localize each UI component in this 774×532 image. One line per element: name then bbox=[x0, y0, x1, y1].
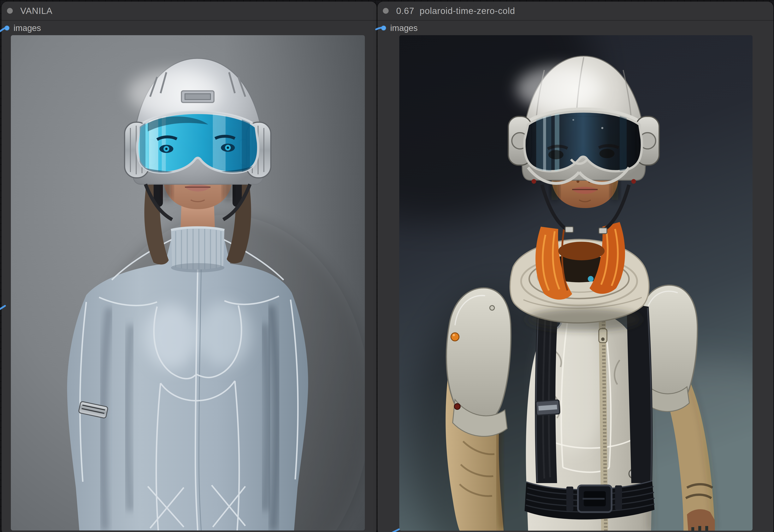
image-preview bbox=[11, 35, 365, 530]
input-slot-label: images bbox=[390, 23, 418, 33]
header-divider bbox=[2, 20, 376, 21]
shoulder-plate-left bbox=[447, 288, 511, 436]
input-slot-images: images bbox=[2, 21, 41, 35]
input-port-icon[interactable] bbox=[381, 26, 386, 31]
node-polaroid-time-zero-cold[interactable]: 0.67 polaroid-time-zero-cold images bbox=[377, 2, 773, 532]
collapse-dot-icon[interactable] bbox=[7, 8, 13, 14]
node-title: 0.67 polaroid-time-zero-cold bbox=[396, 2, 515, 20]
red-dot-right bbox=[631, 179, 636, 184]
header-divider bbox=[377, 20, 773, 21]
node-title: VANILA bbox=[20, 2, 52, 20]
node-graph-canvas[interactable]: VANILA images bbox=[0, 0, 774, 532]
red-dot-left bbox=[532, 179, 536, 184]
preview-illustration-grey-suit bbox=[11, 35, 365, 530]
cyan-accent bbox=[588, 276, 594, 282]
input-slot-label: images bbox=[14, 23, 41, 33]
image-preview bbox=[399, 35, 753, 531]
node-header[interactable]: VANILA bbox=[2, 2, 376, 20]
collapse-dot-icon[interactable] bbox=[383, 8, 389, 14]
node-header[interactable]: 0.67 polaroid-time-zero-cold bbox=[377, 2, 773, 20]
node-vanila[interactable]: VANILA images bbox=[2, 2, 376, 532]
red-marker-dot bbox=[455, 404, 460, 409]
belt bbox=[525, 481, 655, 519]
orange-marker-dot bbox=[451, 333, 459, 341]
turtleneck-collar bbox=[171, 228, 224, 273]
input-port-icon[interactable] bbox=[4, 26, 9, 31]
preview-illustration-white-suit bbox=[399, 35, 753, 531]
input-slot-images: images bbox=[377, 21, 418, 35]
